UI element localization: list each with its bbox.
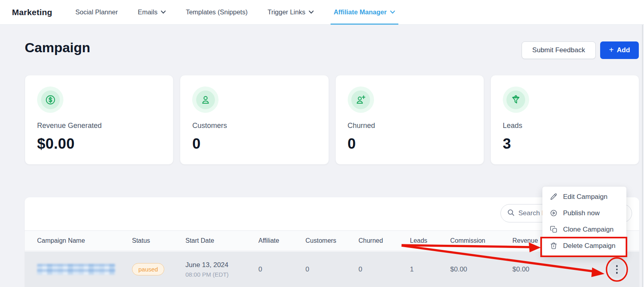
- play-circle-icon: [550, 209, 557, 217]
- tab-label: Trigger Links: [268, 8, 305, 16]
- stat-label: Leads: [503, 122, 627, 130]
- stat-label: Churned: [348, 122, 472, 130]
- tab-affiliate-manager[interactable]: Affiliate Manager: [332, 0, 397, 25]
- copy-icon: [550, 226, 557, 233]
- add-campaign-button[interactable]: + Add: [600, 41, 639, 59]
- menu-item-label: Delete Campaign: [563, 242, 615, 250]
- search-icon: [507, 209, 515, 218]
- status-badge: paused: [132, 263, 164, 275]
- stat-card-revenue: Revenue Generated $0.00: [25, 75, 173, 165]
- column-header-start-date[interactable]: Start Date: [185, 237, 258, 244]
- column-header-affiliate[interactable]: Affiliate: [258, 237, 305, 244]
- stat-value: 0: [192, 136, 316, 152]
- affiliate-cell: 0: [258, 265, 305, 273]
- row-actions-kebab-menu-button[interactable]: [609, 261, 625, 278]
- table-row[interactable]: paused June 13, 2024 08:00 PM (EDT) 0 0 …: [25, 252, 639, 287]
- tab-templates-snippets[interactable]: Templates (Snippets): [184, 0, 249, 25]
- churned-cell: 0: [358, 265, 410, 273]
- top-navigation: Marketing Social Planner Emails Template…: [0, 0, 644, 25]
- customers-cell: 0: [305, 265, 358, 273]
- menu-item-label: Clone Campaign: [563, 226, 614, 234]
- menu-item-clone-campaign[interactable]: Clone Campaign: [542, 221, 626, 238]
- page-section-title: Marketing: [12, 8, 52, 17]
- start-date-cell: June 13, 2024 08:00 PM (EDT): [185, 261, 258, 278]
- menu-item-publish-now[interactable]: Publish now: [542, 205, 626, 221]
- submit-feedback-button[interactable]: Submit Feedback: [522, 41, 596, 59]
- menu-item-edit-campaign[interactable]: Edit Campaign: [542, 189, 626, 205]
- start-time: 08:00 PM (EDT): [185, 271, 258, 278]
- chevron-down-icon: [161, 10, 166, 14]
- column-header-status[interactable]: Status: [132, 237, 185, 244]
- stat-label: Customers: [192, 122, 316, 130]
- tab-label: Emails: [138, 8, 158, 16]
- campaign-name-cell[interactable]: [37, 264, 132, 275]
- stat-card-leads: Leads 3: [490, 75, 639, 165]
- window-edge: [642, 0, 643, 287]
- stat-value: 0: [348, 136, 472, 152]
- status-cell: paused: [132, 263, 185, 275]
- funnel-icon: [506, 90, 525, 109]
- leads-cell: 1: [410, 265, 450, 273]
- chevron-down-icon: [390, 10, 395, 14]
- menu-item-label: Edit Campaign: [563, 193, 608, 201]
- tab-label: Social Planner: [75, 8, 118, 16]
- stat-cards: Revenue Generated $0.00 Customers 0: [25, 75, 639, 165]
- revenue-cell: $0.00: [512, 265, 576, 273]
- chevron-down-icon: [309, 10, 314, 14]
- tab-social-planner[interactable]: Social Planner: [74, 0, 119, 25]
- tab-emails[interactable]: Emails: [136, 0, 167, 25]
- user-plus-icon: [351, 90, 370, 109]
- stat-card-customers: Customers 0: [180, 75, 329, 165]
- affiliate-manager-campaign-page: Marketing Social Planner Emails Template…: [0, 0, 644, 287]
- commission-cell: $0.00: [450, 265, 512, 273]
- blurred-campaign-name: [37, 264, 115, 275]
- column-header-campaign-name[interactable]: Campaign Name: [37, 237, 132, 244]
- plus-icon: +: [609, 46, 614, 54]
- tab-label: Templates (Snippets): [186, 8, 248, 16]
- column-header-leads[interactable]: Leads: [410, 237, 450, 244]
- trash-icon: [550, 242, 557, 250]
- column-header-customers[interactable]: Customers: [305, 237, 358, 244]
- dollar-circle-icon: [41, 90, 60, 109]
- column-header-commission[interactable]: Commission: [450, 237, 512, 244]
- tab-trigger-links[interactable]: Trigger Links: [266, 0, 315, 25]
- start-date: June 13, 2024: [185, 261, 258, 269]
- stat-value: $0.00: [37, 136, 161, 152]
- tab-label: Affiliate Manager: [334, 8, 387, 16]
- row-actions-context-menu: Edit Campaign Publish now Clone Campaign: [542, 187, 626, 256]
- add-button-label: Add: [617, 46, 630, 54]
- stat-label: Revenue Generated: [37, 122, 161, 130]
- stat-card-churned: Churned 0: [335, 75, 484, 165]
- column-header-churned[interactable]: Churned: [358, 237, 410, 244]
- menu-item-delete-campaign[interactable]: Delete Campaign: [542, 238, 626, 254]
- pencil-icon: [550, 193, 557, 201]
- user-icon: [196, 90, 215, 109]
- menu-item-label: Publish now: [563, 209, 600, 217]
- stat-value: 3: [503, 136, 627, 152]
- page-title: Campaign: [25, 40, 90, 55]
